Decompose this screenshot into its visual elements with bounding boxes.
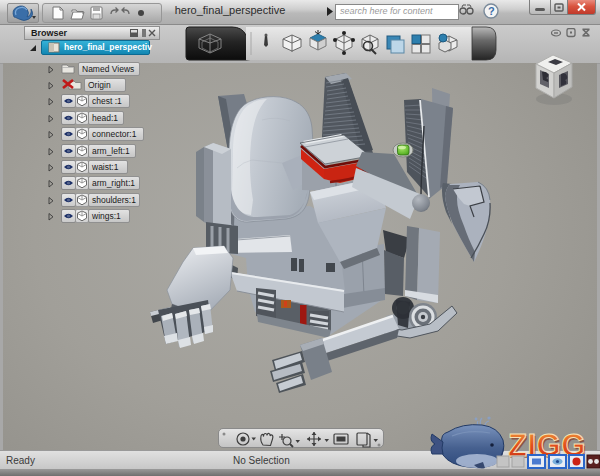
svg-text:?: ?: [488, 5, 495, 17]
